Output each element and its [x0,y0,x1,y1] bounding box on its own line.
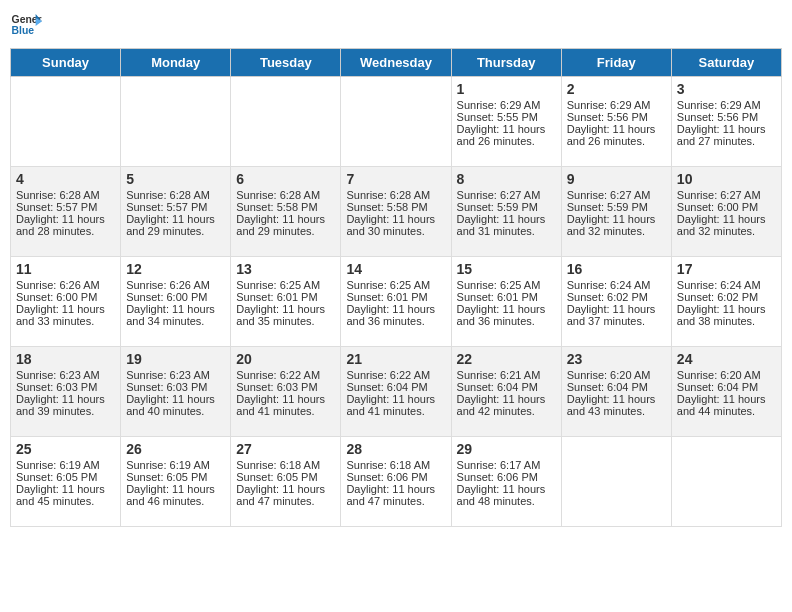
calendar-cell [341,77,451,167]
date-number: 14 [346,261,445,277]
sunset-text: Sunset: 5:56 PM [567,111,648,123]
calendar-cell: 8Sunrise: 6:27 AMSunset: 5:59 PMDaylight… [451,167,561,257]
daylight-text: Daylight: 11 hours and 38 minutes. [677,303,766,327]
sunrise-text: Sunrise: 6:24 AM [677,279,761,291]
sunrise-text: Sunrise: 6:18 AM [346,459,430,471]
calendar-cell: 26Sunrise: 6:19 AMSunset: 6:05 PMDayligh… [121,437,231,527]
calendar-cell: 27Sunrise: 6:18 AMSunset: 6:05 PMDayligh… [231,437,341,527]
date-number: 17 [677,261,776,277]
calendar-cell: 6Sunrise: 6:28 AMSunset: 5:58 PMDaylight… [231,167,341,257]
date-number: 18 [16,351,115,367]
calendar-cell: 28Sunrise: 6:18 AMSunset: 6:06 PMDayligh… [341,437,451,527]
sunset-text: Sunset: 6:02 PM [567,291,648,303]
sunrise-text: Sunrise: 6:27 AM [677,189,761,201]
calendar-cell: 16Sunrise: 6:24 AMSunset: 6:02 PMDayligh… [561,257,671,347]
date-number: 6 [236,171,335,187]
date-number: 24 [677,351,776,367]
header-tuesday: Tuesday [231,49,341,77]
date-number: 26 [126,441,225,457]
sunset-text: Sunset: 6:05 PM [16,471,97,483]
header-monday: Monday [121,49,231,77]
sunrise-text: Sunrise: 6:25 AM [346,279,430,291]
calendar-cell: 7Sunrise: 6:28 AMSunset: 5:58 PMDaylight… [341,167,451,257]
daylight-text: Daylight: 11 hours and 33 minutes. [16,303,105,327]
daylight-text: Daylight: 11 hours and 29 minutes. [126,213,215,237]
sunrise-text: Sunrise: 6:21 AM [457,369,541,381]
sunrise-text: Sunrise: 6:29 AM [457,99,541,111]
date-number: 27 [236,441,335,457]
calendar-cell: 17Sunrise: 6:24 AMSunset: 6:02 PMDayligh… [671,257,781,347]
calendar-cell: 20Sunrise: 6:22 AMSunset: 6:03 PMDayligh… [231,347,341,437]
sunrise-text: Sunrise: 6:28 AM [16,189,100,201]
calendar-cell: 14Sunrise: 6:25 AMSunset: 6:01 PMDayligh… [341,257,451,347]
sunset-text: Sunset: 6:01 PM [457,291,538,303]
daylight-text: Daylight: 11 hours and 32 minutes. [567,213,656,237]
calendar-cell: 2Sunrise: 6:29 AMSunset: 5:56 PMDaylight… [561,77,671,167]
sunset-text: Sunset: 5:59 PM [567,201,648,213]
calendar-cell: 24Sunrise: 6:20 AMSunset: 6:04 PMDayligh… [671,347,781,437]
date-number: 7 [346,171,445,187]
daylight-text: Daylight: 11 hours and 39 minutes. [16,393,105,417]
calendar-cell: 1Sunrise: 6:29 AMSunset: 5:55 PMDaylight… [451,77,561,167]
sunset-text: Sunset: 6:06 PM [457,471,538,483]
sunrise-text: Sunrise: 6:28 AM [236,189,320,201]
header-wednesday: Wednesday [341,49,451,77]
daylight-text: Daylight: 11 hours and 36 minutes. [457,303,546,327]
sunrise-text: Sunrise: 6:25 AM [236,279,320,291]
date-number: 10 [677,171,776,187]
sunrise-text: Sunrise: 6:19 AM [16,459,100,471]
sunrise-text: Sunrise: 6:22 AM [236,369,320,381]
week-row-4: 18Sunrise: 6:23 AMSunset: 6:03 PMDayligh… [11,347,782,437]
daylight-text: Daylight: 11 hours and 44 minutes. [677,393,766,417]
date-number: 29 [457,441,556,457]
date-number: 5 [126,171,225,187]
date-number: 28 [346,441,445,457]
daylight-text: Daylight: 11 hours and 40 minutes. [126,393,215,417]
svg-text:Blue: Blue [12,25,35,36]
sunset-text: Sunset: 6:03 PM [16,381,97,393]
sunrise-text: Sunrise: 6:18 AM [236,459,320,471]
week-row-2: 4Sunrise: 6:28 AMSunset: 5:57 PMDaylight… [11,167,782,257]
calendar-cell: 12Sunrise: 6:26 AMSunset: 6:00 PMDayligh… [121,257,231,347]
daylight-text: Daylight: 11 hours and 48 minutes. [457,483,546,507]
sunrise-text: Sunrise: 6:28 AM [126,189,210,201]
calendar-cell: 10Sunrise: 6:27 AMSunset: 6:00 PMDayligh… [671,167,781,257]
sunrise-text: Sunrise: 6:23 AM [126,369,210,381]
sunrise-text: Sunrise: 6:27 AM [567,189,651,201]
sunrise-text: Sunrise: 6:24 AM [567,279,651,291]
sunrise-text: Sunrise: 6:26 AM [126,279,210,291]
calendar-header-row: SundayMondayTuesdayWednesdayThursdayFrid… [11,49,782,77]
calendar-cell [231,77,341,167]
sunset-text: Sunset: 6:00 PM [677,201,758,213]
sunrise-text: Sunrise: 6:28 AM [346,189,430,201]
date-number: 25 [16,441,115,457]
calendar-cell: 5Sunrise: 6:28 AMSunset: 5:57 PMDaylight… [121,167,231,257]
sunrise-text: Sunrise: 6:27 AM [457,189,541,201]
date-number: 3 [677,81,776,97]
sunset-text: Sunset: 6:03 PM [126,381,207,393]
calendar-cell: 3Sunrise: 6:29 AMSunset: 5:56 PMDaylight… [671,77,781,167]
date-number: 21 [346,351,445,367]
daylight-text: Daylight: 11 hours and 46 minutes. [126,483,215,507]
daylight-text: Daylight: 11 hours and 41 minutes. [346,393,435,417]
calendar-cell [121,77,231,167]
sunset-text: Sunset: 6:03 PM [236,381,317,393]
sunrise-text: Sunrise: 6:23 AM [16,369,100,381]
daylight-text: Daylight: 11 hours and 37 minutes. [567,303,656,327]
calendar-cell [561,437,671,527]
sunset-text: Sunset: 5:57 PM [126,201,207,213]
sunset-text: Sunset: 6:01 PM [346,291,427,303]
sunset-text: Sunset: 6:04 PM [457,381,538,393]
sunset-text: Sunset: 6:05 PM [126,471,207,483]
sunrise-text: Sunrise: 6:29 AM [677,99,761,111]
daylight-text: Daylight: 11 hours and 26 minutes. [457,123,546,147]
daylight-text: Daylight: 11 hours and 45 minutes. [16,483,105,507]
daylight-text: Daylight: 11 hours and 47 minutes. [236,483,325,507]
sunset-text: Sunset: 5:58 PM [236,201,317,213]
date-number: 16 [567,261,666,277]
daylight-text: Daylight: 11 hours and 43 minutes. [567,393,656,417]
header-saturday: Saturday [671,49,781,77]
sunset-text: Sunset: 6:00 PM [16,291,97,303]
sunset-text: Sunset: 5:58 PM [346,201,427,213]
sunrise-text: Sunrise: 6:29 AM [567,99,651,111]
